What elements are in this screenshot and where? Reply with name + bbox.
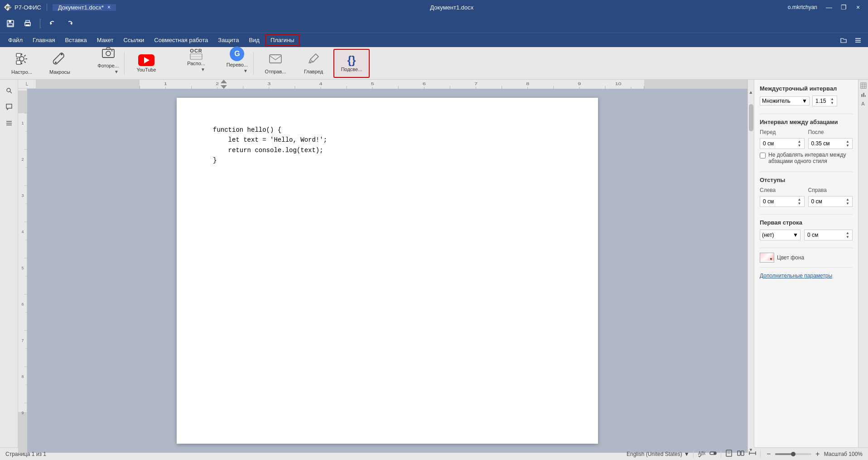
scrollbar-track[interactable] <box>749 95 753 446</box>
zoom-slider-thumb[interactable] <box>791 452 796 456</box>
ocr-dropdown-arrow[interactable]: ▼ <box>201 67 205 72</box>
after-spacing-input[interactable]: 0.35 см ▲ ▼ <box>808 138 853 149</box>
sidebar-search-icon[interactable] <box>2 83 16 98</box>
plugin-code-button[interactable]: {} Подсве... <box>333 49 370 78</box>
undo-button[interactable] <box>46 17 59 30</box>
sidebar-open-icon[interactable] <box>837 34 850 47</box>
before-spin[interactable]: ▲ ▼ <box>798 139 801 148</box>
extra-params-link[interactable]: Дополнительные параметры <box>760 272 853 279</box>
maximize-button[interactable]: ❐ <box>837 3 850 12</box>
photo-dropdown-arrow[interactable]: ▼ <box>114 69 119 74</box>
menu-collaborate[interactable]: Совместная работа <box>149 35 212 45</box>
text-format-icon: A <box>860 101 867 107</box>
svg-rect-77 <box>18 91 27 113</box>
right-icon-table[interactable] <box>859 81 868 90</box>
svg-text:1: 1 <box>21 121 24 125</box>
svg-point-24 <box>55 62 57 63</box>
zoom-out-button[interactable]: − <box>764 450 773 459</box>
zoom-in-button[interactable]: + <box>813 450 822 459</box>
plugin-photo-label: Фоторе... <box>97 63 119 68</box>
spin-down-icon[interactable]: ▼ <box>830 101 834 105</box>
document-tab[interactable]: Документ1.docx* × <box>53 4 116 11</box>
no-interval-checkbox[interactable] <box>760 153 766 158</box>
paragraph-spacing-section: Интервал между абзацами Перед После 0 см… <box>760 119 853 164</box>
language-selector[interactable]: English (United States) ▼ <box>627 451 690 457</box>
right-spin[interactable]: ▲ ▼ <box>846 197 849 206</box>
menu-extra-icon[interactable] <box>852 34 864 47</box>
menu-file[interactable]: Файл <box>4 35 27 45</box>
menu-insert[interactable]: Вставка <box>60 35 91 45</box>
menu-view[interactable]: Вид <box>244 35 264 45</box>
before-spacing-input[interactable]: 0 см ▲ ▼ <box>760 138 805 149</box>
view-width-icon[interactable] <box>748 449 757 459</box>
after-value: 0.35 см <box>811 140 830 147</box>
menu-links[interactable]: Ссылки <box>119 35 149 45</box>
left-spin[interactable]: ▲ ▼ <box>798 197 801 206</box>
svg-text:ABC: ABC <box>698 451 705 456</box>
minimize-button[interactable]: — <box>823 3 835 12</box>
save-button[interactable] <box>4 17 17 30</box>
right-icon-text[interactable]: A <box>859 100 868 108</box>
scrollbar-thumb[interactable] <box>749 104 753 131</box>
first-line-select[interactable]: (нет) ▼ <box>760 230 800 240</box>
menu-home[interactable]: Главная <box>28 35 59 45</box>
bg-color-label: Цвет фона <box>777 254 804 261</box>
multiplier-spin[interactable]: ▲ ▼ <box>830 97 834 105</box>
plugin-ocr-button[interactable]: OCR Распо... ▼ <box>166 49 207 78</box>
first-line-value-input[interactable]: 0 см ▲ ▼ <box>804 230 853 240</box>
spin-up-icon[interactable]: ▲ <box>830 97 834 101</box>
left-indent-input[interactable]: 0 см ▲ ▼ <box>760 196 805 207</box>
translate-dropdown-arrow[interactable]: ▼ <box>243 68 248 73</box>
after-label: После <box>808 129 853 135</box>
multiplier-row: Множитель ▼ 1.15 ▲ ▼ <box>760 96 853 106</box>
document-scroll-area[interactable]: function hello() { let text = 'Hello, Wo… <box>27 89 747 453</box>
print-button[interactable] <box>21 17 34 30</box>
first-line-row: (нет) ▼ 0 см ▲ ▼ <box>760 230 853 240</box>
scroll-up-button[interactable]: ▲ <box>748 89 754 95</box>
vertical-scrollbar[interactable]: ▲ ▼ <box>747 89 754 453</box>
view-page-icon[interactable] <box>725 449 733 459</box>
print-icon <box>24 19 32 28</box>
plugin-macros-button[interactable]: Макросы <box>42 49 78 78</box>
svg-text:5: 5 <box>21 266 24 270</box>
menu-bar: Файл Главная Вставка Макет Ссылки Совмес… <box>0 33 868 47</box>
left-sidebar <box>0 80 18 447</box>
divider-4 <box>760 248 853 248</box>
plugin-youtube-button[interactable]: YouTube <box>128 49 164 78</box>
document-content[interactable]: function hello() { let text = 'Hello, Wo… <box>213 125 562 166</box>
menu-protection[interactable]: Защита <box>213 35 243 45</box>
page-info: Страница 1 из 1 <box>5 451 46 457</box>
plugin-settings-button[interactable]: Настро... <box>4 49 40 78</box>
close-button[interactable]: × <box>852 3 864 12</box>
plugin-editor-button[interactable]: Главред <box>295 49 332 78</box>
document-page[interactable]: function hello() { let text = 'Hello, Wo… <box>177 98 598 444</box>
first-line-spin[interactable]: ▲ ▼ <box>846 231 849 239</box>
after-spin[interactable]: ▲ ▼ <box>846 139 849 148</box>
track-changes-icon[interactable] <box>709 449 717 459</box>
menu-layout[interactable]: Макет <box>92 35 118 45</box>
first-line-section: Первая строка (нет) ▼ 0 см ▲ ▼ <box>760 219 853 240</box>
multiplier-value-input[interactable]: 1.15 ▲ ▼ <box>812 96 837 106</box>
spell-check-icon[interactable]: ABC <box>697 449 705 459</box>
plugin-translate-button[interactable]: G Перево... ▼ <box>209 49 250 78</box>
plugin-send-button[interactable]: Отправ... <box>257 49 294 78</box>
right-icon-chart[interactable] <box>859 91 868 99</box>
svg-rect-3 <box>9 20 11 23</box>
multiplier-select[interactable]: Множитель ▼ <box>760 96 810 105</box>
first-line-value: 0 см <box>807 232 818 238</box>
svg-text:8: 8 <box>21 374 24 379</box>
view-fit-icon[interactable] <box>737 449 745 459</box>
zoom-slider[interactable] <box>775 453 811 455</box>
color-swatch-dropdown[interactable]: ▼ <box>769 257 773 261</box>
sidebar-list-icon[interactable] <box>2 116 16 130</box>
no-interval-label: Не добавлять интервал междуабзацами одно… <box>768 152 846 164</box>
plugin-send-label: Отправ... <box>265 69 286 74</box>
doc-tab-close[interactable]: × <box>107 4 111 10</box>
redo-button[interactable] <box>63 17 77 30</box>
sidebar-comment-icon[interactable] <box>2 100 16 114</box>
plugin-photo-button[interactable]: Фоторе... ▼ <box>80 49 121 78</box>
menu-plugins[interactable]: Плагины <box>265 34 300 46</box>
spacing-labels-row: Перед После <box>760 129 853 135</box>
bg-color-swatch[interactable]: ▼ <box>760 253 774 263</box>
right-indent-input[interactable]: 0 см ▲ ▼ <box>808 196 853 207</box>
